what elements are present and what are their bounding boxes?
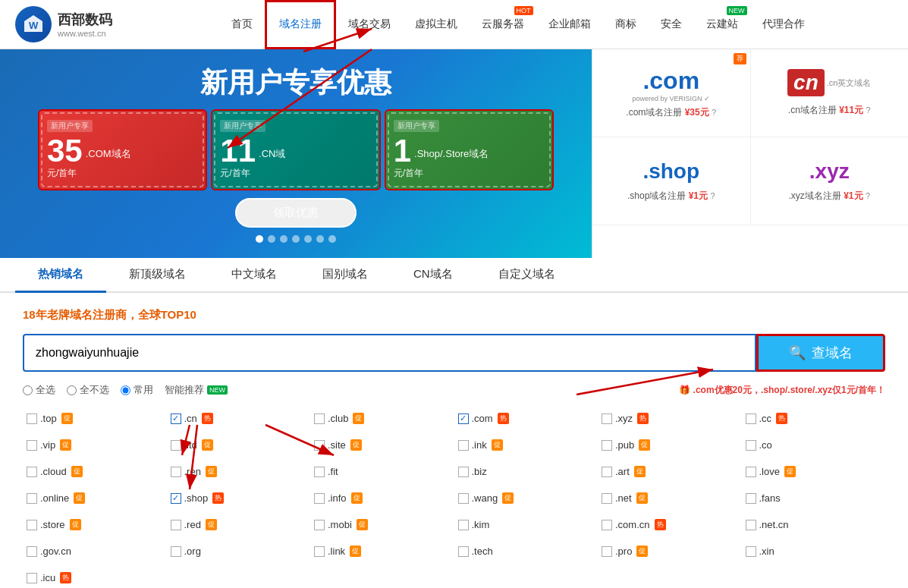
domain-checkbox[interactable] [602,440,612,451]
domain-checkbox[interactable] [458,440,469,451]
domain-badge: 热 [498,413,509,424]
domain-checkbox[interactable] [746,467,756,477]
search-input[interactable] [23,334,756,372]
domain-checkbox[interactable] [746,546,756,557]
domain-checkbox[interactable] [27,546,37,557]
domain-badge: 促 [71,466,83,477]
tab-new-tlds[interactable]: 新顶级域名 [106,258,209,293]
domain-checkbox[interactable] [458,520,469,530]
radio-none[interactable]: 全不选 [67,383,109,397]
domain-checkbox[interactable] [602,413,612,424]
cn-sub: .cn英文域名 [827,77,872,89]
domain-checkbox[interactable]: ✓ [171,493,181,504]
domain-name: .info [328,492,347,504]
banner: 新用户专享优惠 新用户专享 35 .COM域名 元/首年 [0,49,592,258]
nav-agent[interactable]: 代理合作 [750,0,817,49]
dot-1[interactable] [256,235,263,243]
nav-trademark[interactable]: 商标 [603,0,649,49]
domain-checkbox[interactable] [27,520,37,530]
nav-cloud-server[interactable]: 云服务器 HOT [470,0,536,49]
domain-checkbox[interactable] [171,440,181,451]
promo-unit-3: .Shop/.Store域名 [414,147,489,161]
domain-checkbox[interactable] [314,440,325,451]
domain-checkbox[interactable] [314,520,325,530]
dot-4[interactable] [292,235,300,243]
dot-3[interactable] [280,235,287,243]
domain-name: .biz [472,466,487,477]
domain-checkbox[interactable] [171,546,181,557]
promo-price-1: 35 [47,135,83,167]
cn-promo-box: cn .cn英文域名 .cn域名注册 ¥11元 ? [751,49,909,137]
domain-checkbox[interactable]: ✓ [458,413,469,424]
domain-checkbox[interactable] [171,467,181,477]
domain-name: .shop [184,492,209,504]
domain-checkbox[interactable] [27,573,37,583]
domain-checkbox[interactable] [27,467,37,477]
domain-badge: 促 [502,492,514,504]
domain-checkbox[interactable] [746,493,756,504]
nav-virtual-host[interactable]: 虚拟主机 [403,0,470,49]
tab-custom-domains[interactable]: 自定义域名 [476,258,578,293]
domain-checkbox[interactable] [602,546,612,557]
domain-name: .ltd [184,439,197,451]
gift-icon: 🎁 [679,385,690,395]
domain-checkbox[interactable] [314,493,325,504]
domain-checkbox[interactable] [314,413,325,424]
domain-checkbox[interactable] [602,467,612,477]
domain-checkbox[interactable] [602,520,612,530]
nav-domain-register[interactable]: 域名注册 [265,0,336,49]
domain-badge: 热 [776,413,787,424]
domain-item: .pro 促 [598,541,742,561]
domain-checkbox[interactable] [314,467,325,477]
domain-item: .biz [454,461,599,482]
radio-smart[interactable]: 智能推荐 NEW [165,383,228,397]
svg-text:W: W [29,20,39,31]
domain-name: .online [40,492,69,504]
nav-security[interactable]: 安全 [649,0,694,49]
cn-logo: cn [787,69,825,96]
domain-checkbox[interactable] [746,440,756,451]
domain-checkbox[interactable] [27,493,37,504]
domain-checkbox[interactable] [602,493,612,504]
promo-row-2: .shop .shop域名注册 ¥1元 ? .xyz .xyz域名注册 ¥1元 … [592,137,908,225]
promo-claim-button[interactable]: 领取优惠 [235,198,357,228]
radio-common[interactable]: 常用 [121,383,153,397]
main-nav: 首页 域名注册 域名交易 虚拟主机 云服务器 HOT 企业邮箱 商标 安全 云建… [143,0,893,49]
domain-checkbox[interactable]: ✓ [171,413,181,424]
domain-checkbox[interactable] [27,413,37,424]
dot-7[interactable] [328,235,336,243]
nav-home[interactable]: 首页 [219,0,265,49]
dot-2[interactable] [268,235,275,243]
domain-checkbox[interactable] [458,546,469,557]
domain-badge: 促 [70,519,81,530]
domain-checkbox[interactable] [458,467,469,477]
domain-checkbox[interactable] [458,493,469,504]
nav-domain-trade[interactable]: 域名交易 [336,0,403,49]
domain-item: .wang 促 [454,488,599,508]
domain-checkbox[interactable] [746,413,756,424]
tab-chinese-domains[interactable]: 中文域名 [209,258,300,293]
domain-name: .net.cn [759,519,789,530]
radio-all[interactable]: 全选 [23,383,55,397]
domain-item: .love 促 [742,461,886,482]
domain-item: .mobi 促 [310,514,454,535]
dot-6[interactable] [316,235,324,243]
tab-country-domains[interactable]: 国别域名 [300,258,391,293]
domain-badge: 促 [350,546,361,557]
domain-checkbox[interactable] [171,520,181,530]
domain-checkbox[interactable] [314,546,325,557]
hot-badge: HOT [514,6,533,15]
domain-item: .top 促 [23,408,167,429]
search-button[interactable]: 🔍 查域名 [756,334,885,372]
domain-checkbox[interactable] [27,440,37,451]
domain-checkbox[interactable] [746,520,756,530]
domain-badge: 促 [61,413,73,424]
domain-badge: 促 [202,439,213,451]
dot-5[interactable] [304,235,312,243]
nav-email[interactable]: 企业邮箱 [536,0,603,49]
domain-name: .site [328,439,346,451]
nav-site-builder[interactable]: 云建站 NEW [694,0,750,49]
tab-hot-domains[interactable]: 热销域名 [15,258,106,293]
promo-notice: 🎁 .com优惠20元，.shop/.store/.xyz仅1元/首年！ [679,384,885,397]
tab-cn-domains[interactable]: CN域名 [391,258,476,293]
